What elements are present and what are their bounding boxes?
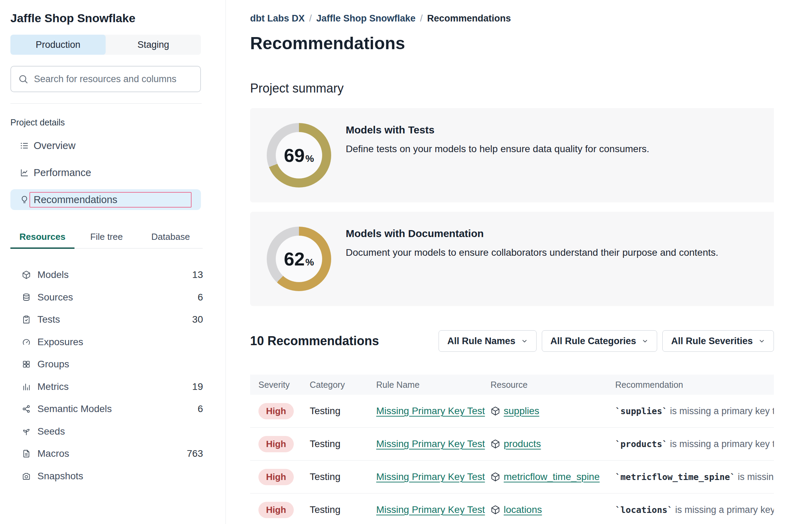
sidebar-item-label: Overview <box>34 139 76 152</box>
resource-label: Macros <box>37 448 69 459</box>
bar-chart-icon <box>22 382 31 391</box>
resource-label: Metrics <box>37 381 69 392</box>
filters: All Rule Names All Rule Categories All R… <box>439 330 774 352</box>
summary-card-models-with-documentation: 62 % Models with Documentation Document … <box>250 212 774 306</box>
resource-label: Snapshots <box>37 471 83 482</box>
search-box[interactable] <box>10 66 201 92</box>
resource-link[interactable]: locations <box>504 504 542 515</box>
recommendation-code: `metricflow_time_spine` <box>615 472 735 482</box>
recommendation-text: is missing a primary ke <box>735 472 774 482</box>
recommendation-cell: `metricflow_time_spine` is missing a pri… <box>615 472 774 482</box>
page-title: Recommendations <box>250 33 774 54</box>
lightbulb-icon <box>20 195 29 204</box>
sidebar-item-label-highlighted: Recommendations <box>29 192 192 208</box>
sidebar-item-overview[interactable]: Overview <box>10 135 201 156</box>
environment-tabs: Production Staging <box>10 35 201 55</box>
resource-link[interactable]: products <box>504 438 541 449</box>
recommendation-text: is missing a primary key test. This tes <box>673 505 774 515</box>
recommendation-cell: `supplies` is missing a primary key test… <box>615 406 774 417</box>
sidebar-item-performance[interactable]: Performance <box>10 162 201 183</box>
resource-row-macros[interactable]: Macros 763 <box>10 443 203 465</box>
resource-cell: products <box>491 438 615 449</box>
resource-cell: supplies <box>491 405 615 417</box>
rule-name-link[interactable]: Missing Primary Key Test <box>376 405 485 416</box>
recommendation-cell: `locations` is missing a primary key tes… <box>615 505 774 515</box>
category-cell: Testing <box>310 471 376 482</box>
resource-count: 19 <box>192 381 203 392</box>
donut-value: 62 % <box>284 248 314 270</box>
resource-row-snapshots[interactable]: Snapshots <box>10 465 203 488</box>
project-details-label: Project details <box>10 117 215 128</box>
gauge-icon <box>22 338 31 347</box>
category-cell: Testing <box>310 504 376 515</box>
filter-label: All Rule Names <box>447 336 515 347</box>
tab-file-tree[interactable]: File tree <box>74 232 139 248</box>
resource-label: Seeds <box>37 426 65 437</box>
rule-name-link[interactable]: Missing Primary Key Test <box>376 504 485 515</box>
tab-production[interactable]: Production <box>10 35 106 55</box>
breadcrumb-link-project[interactable]: Jaffle Shop Snowflake <box>316 13 416 24</box>
breadcrumb-separator: / <box>309 13 312 24</box>
table-row: High Testing Missing Primary Key Test su… <box>250 395 774 428</box>
recommendations-header-bar: 10 Recommendations All Rule Names All Ru… <box>250 330 774 352</box>
recommendations-table: Severity Category Rule Name Resource Rec… <box>250 375 774 524</box>
resource-count: 6 <box>197 403 203 414</box>
resource-row-seeds[interactable]: Seeds <box>10 420 203 443</box>
category-cell: Testing <box>310 405 376 417</box>
resource-label: Sources <box>37 292 73 303</box>
chevron-down-icon <box>758 338 765 344</box>
list-icon <box>20 141 29 150</box>
donut-value: 69 % <box>284 145 314 166</box>
resource-row-groups[interactable]: Groups <box>10 353 203 376</box>
breadcrumb: dbt Labs DX / Jaffle Shop Snowflake / Re… <box>250 13 774 24</box>
search-input[interactable] <box>34 74 193 85</box>
recommendation-text: is missing a primary key test. This test <box>668 406 774 416</box>
database-icon <box>22 293 31 302</box>
resource-row-models[interactable]: Models 13 <box>10 264 203 286</box>
resource-cell: locations <box>491 504 615 515</box>
chevron-down-icon <box>521 338 528 344</box>
card-description: Define tests on your models to help ensu… <box>346 143 649 155</box>
sidebar: Jaffle Shop Snowflake Production Staging… <box>0 0 226 524</box>
resource-link[interactable]: supplies <box>504 405 539 417</box>
rule-name-link[interactable]: Missing Primary Key Test <box>376 471 485 482</box>
resource-row-semantic-models[interactable]: Semantic Models 6 <box>10 398 203 420</box>
camera-icon <box>22 472 31 481</box>
resource-count: 30 <box>192 314 203 325</box>
filter-rule-severities[interactable]: All Rule Severities <box>662 330 774 352</box>
resource-label: Models <box>37 269 69 280</box>
tab-staging[interactable]: Staging <box>106 35 201 55</box>
rule-name-link[interactable]: Missing Primary Key Test <box>376 438 485 449</box>
recommendations-count-heading: 10 Recommendations <box>250 334 379 348</box>
clipboard-check-icon <box>22 315 31 324</box>
resource-row-metrics[interactable]: Metrics 19 <box>10 376 203 398</box>
breadcrumb-current: Recommendations <box>427 13 511 24</box>
percent-sign: % <box>306 153 314 164</box>
resource-row-exposures[interactable]: Exposures <box>10 331 203 353</box>
filter-rule-names[interactable]: All Rule Names <box>439 330 537 352</box>
sidebar-item-recommendations[interactable]: Recommendations <box>10 189 201 210</box>
chevron-down-icon <box>642 338 648 344</box>
resource-count: 13 <box>192 269 203 280</box>
sidebar-divider <box>10 103 202 104</box>
resource-row-tests[interactable]: Tests 30 <box>10 308 203 331</box>
resource-link[interactable]: metricflow_time_spine <box>504 471 600 482</box>
line-chart-icon <box>20 168 29 177</box>
column-header-rule-name: Rule Name <box>376 380 491 390</box>
search-icon <box>18 74 28 84</box>
resource-label: Groups <box>37 359 69 370</box>
tests-coverage-donut: 69 % <box>267 123 331 187</box>
resource-row-sources[interactable]: Sources 6 <box>10 286 203 309</box>
tab-database[interactable]: Database <box>139 232 203 248</box>
severity-badge: High <box>258 436 294 452</box>
recommendation-code: `locations` <box>615 505 673 515</box>
resource-count: 763 <box>187 448 203 459</box>
breadcrumb-link-account[interactable]: dbt Labs DX <box>250 13 305 24</box>
tab-resources[interactable]: Resources <box>10 232 74 248</box>
cube-icon <box>491 472 500 482</box>
project-details-nav: Overview Performance Recommendations <box>10 135 215 210</box>
resource-label: Exposures <box>37 337 83 348</box>
recommendation-text: is missing a primary key test. This test <box>668 439 774 449</box>
breadcrumb-separator: / <box>420 13 423 24</box>
filter-rule-categories[interactable]: All Rule Categories <box>542 330 657 352</box>
